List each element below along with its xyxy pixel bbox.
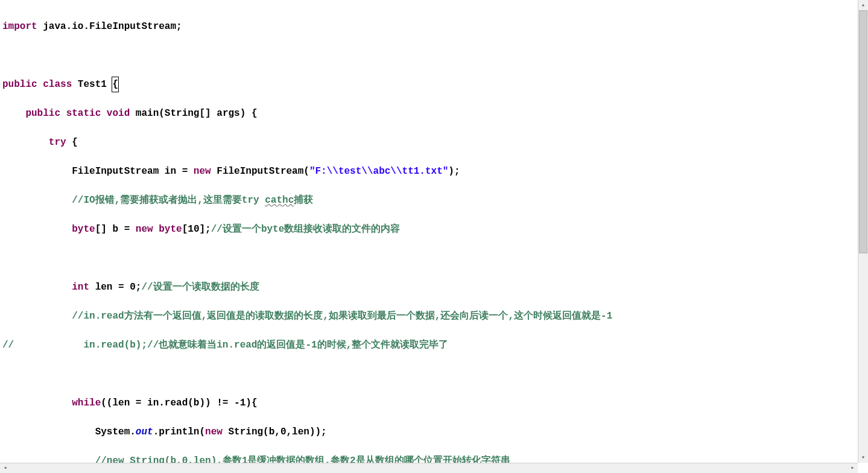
code-line[interactable]	[2, 251, 855, 265]
keyword: new	[136, 224, 153, 235]
scroll-track[interactable]	[858, 10, 868, 452]
keyword: new	[205, 427, 223, 437]
code-line[interactable]	[2, 367, 855, 381]
code-line[interactable]: //new String(b,0,len),参数1是缓冲数据的数组,参数2是从数…	[2, 454, 855, 463]
scroll-up-arrow-icon[interactable]: ▴	[858, 0, 868, 10]
scroll-right-arrow-icon[interactable]: ▸	[847, 463, 858, 473]
code-line[interactable]: FileInputStream in = new FileInputStream…	[2, 164, 855, 179]
scroll-down-arrow-icon[interactable]: ▾	[858, 452, 868, 463]
main-wrap: import java.io.FileInputStream; public c…	[0, 0, 868, 463]
comment: //设置一个读取数据的长度	[141, 282, 259, 293]
comment: //in.read方法有一个返回值,返回值是的读取数据的长度,如果读取到最后一个…	[72, 311, 612, 322]
code-line[interactable]	[2, 48, 855, 63]
code-line[interactable]: public static void main(String[] args) {	[2, 106, 855, 121]
keyword: public	[25, 108, 60, 119]
code-line[interactable]: // in.read(b);//也就意味着当in.read的返回值是-1的时候,…	[2, 338, 855, 352]
keyword: class	[43, 79, 72, 90]
scroll-track[interactable]	[10, 463, 847, 473]
code-line[interactable]: byte[] b = new byte[10];//设置一个byte数组接收读取…	[2, 222, 855, 237]
comment-typo: cathc	[265, 195, 294, 206]
cursor-box: {	[112, 77, 118, 92]
keyword: int	[72, 282, 89, 293]
string-literal: "F:\\test\\abc\\tt1.txt"	[309, 166, 448, 177]
comment: //new String(b,0,	[95, 456, 194, 463]
method-sig: main(String[] args) {	[130, 108, 257, 119]
keyword: new	[194, 166, 211, 177]
code-line[interactable]: System.out.println(new String(b,0,len));	[2, 425, 855, 439]
comment: ),参数1是缓冲数据的数组,参数2是从数组的哪个位置开始转化字符串	[211, 456, 510, 463]
keyword: try	[49, 137, 66, 148]
vertical-scrollbar[interactable]: ▴ ▾	[858, 0, 868, 463]
keyword: import	[2, 21, 37, 32]
comment: //	[2, 340, 14, 351]
scroll-left-arrow-icon[interactable]: ◂	[0, 463, 10, 473]
code-text: java.io.FileInputStream;	[37, 21, 182, 32]
horizontal-scrollbar[interactable]: ◂ ▸	[0, 463, 858, 473]
comment-typo: len	[194, 456, 211, 463]
editor-container: import java.io.FileInputStream; public c…	[0, 0, 868, 473]
keyword: public	[2, 79, 37, 90]
code-line[interactable]: import java.io.FileInputStream;	[2, 19, 855, 34]
scroll-thumb[interactable]	[859, 10, 867, 253]
class-name: Test1	[72, 79, 112, 90]
keyword: byte	[72, 224, 95, 235]
keyword: byte	[159, 224, 182, 235]
comment: //也就意味着当in.read的返回值是-1的时候,整个文件就读取完毕了	[147, 340, 448, 351]
code-line[interactable]: //in.read方法有一个返回值,返回值是的读取数据的长度,如果读取到最后一个…	[2, 309, 855, 323]
code-area[interactable]: import java.io.FileInputStream; public c…	[0, 0, 858, 463]
static-field: out	[136, 427, 153, 437]
keyword: while	[72, 398, 101, 408]
keyword: void	[107, 108, 130, 119]
code-line[interactable]: while((len = in.read(b)) != -1){	[2, 396, 855, 410]
code-line[interactable]: try {	[2, 135, 855, 150]
code-line[interactable]: public class Test1 {	[2, 77, 855, 92]
keyword: static	[66, 108, 101, 119]
comment: //IO报错,需要捕获或者抛出,这里需要try	[72, 195, 265, 206]
code-line[interactable]: //IO报错,需要捕获或者抛出,这里需要try cathc捕获	[2, 193, 855, 208]
code-line[interactable]: int len = 0;//设置一个读取数据的长度	[2, 280, 855, 294]
comment: //设置一个byte数组接收读取的文件的内容	[211, 224, 401, 235]
comment: 捕获	[294, 195, 313, 206]
